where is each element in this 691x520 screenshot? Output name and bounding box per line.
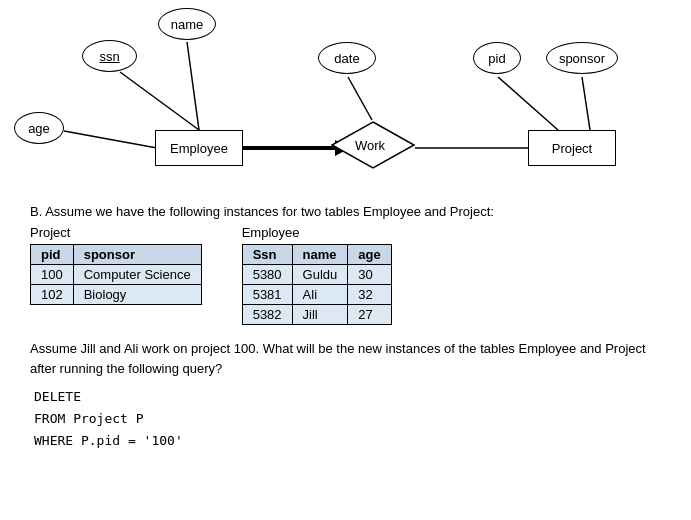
name-attribute: name (158, 8, 216, 40)
emp-row2-name: Ali (292, 285, 348, 305)
project-table-title: Project (30, 225, 202, 240)
employee-col-age: age (348, 245, 391, 265)
pid-label: pid (488, 51, 505, 66)
ssn-label: ssn (99, 49, 119, 64)
project-row2-pid: 102 (31, 285, 74, 305)
emp-row2-age: 32 (348, 285, 391, 305)
employee-entity: Employee (155, 130, 243, 166)
svg-line-5 (348, 77, 372, 120)
svg-line-1 (187, 42, 199, 130)
er-diagram: ssn name age date pid sponsor Employee W… (0, 0, 691, 200)
project-row1-pid: 100 (31, 265, 74, 285)
section-b-label: B. Assume we have the following instance… (30, 204, 661, 219)
employee-table-title: Employee (242, 225, 392, 240)
emp-row1-age: 30 (348, 265, 391, 285)
emp-row1-ssn: 5380 (242, 265, 292, 285)
project-row2-sponsor: Biology (73, 285, 201, 305)
table-row: 5381 Ali 32 (242, 285, 391, 305)
emp-row2-ssn: 5381 (242, 285, 292, 305)
project-col-sponsor: sponsor (73, 245, 201, 265)
project-table: pid sponsor 100 Computer Science 102 Bio… (30, 244, 202, 305)
project-col-pid: pid (31, 245, 74, 265)
sponsor-attribute: sponsor (546, 42, 618, 74)
svg-line-0 (120, 72, 199, 130)
name-label: name (171, 17, 204, 32)
table-row: 102 Biology (31, 285, 202, 305)
code-line-1: DELETE (34, 386, 661, 408)
table-row: 100 Computer Science (31, 265, 202, 285)
age-attribute: age (14, 112, 64, 144)
work-label: Work (355, 138, 385, 153)
ssn-attribute: ssn (82, 40, 137, 72)
sponsor-label: sponsor (559, 51, 605, 66)
emp-row3-name: Jill (292, 305, 348, 325)
work-relationship: Work (330, 120, 410, 170)
employee-table-section: Employee Ssn name age 5380 Guldu 30 (242, 225, 392, 325)
query-description: Assume Jill and Ali work on project 100.… (30, 339, 661, 378)
project-label: Project (552, 141, 592, 156)
query-code-block: DELETE FROM Project P WHERE P.pid = '100… (34, 386, 661, 452)
code-line-3: WHERE P.pid = '100' (34, 430, 661, 452)
emp-row3-age: 27 (348, 305, 391, 325)
project-row1-sponsor: Computer Science (73, 265, 201, 285)
table-row: 5382 Jill 27 (242, 305, 391, 325)
date-attribute: date (318, 42, 376, 74)
svg-line-2 (64, 131, 157, 148)
age-label: age (28, 121, 50, 136)
content-section: B. Assume we have the following instance… (0, 200, 691, 452)
date-label: date (334, 51, 359, 66)
diagram-connectors (0, 0, 691, 200)
pid-attribute: pid (473, 42, 521, 74)
svg-line-8 (582, 77, 590, 130)
employee-col-name: name (292, 245, 348, 265)
employee-table: Ssn name age 5380 Guldu 30 5381 Ali 32 (242, 244, 392, 325)
emp-row1-name: Guldu (292, 265, 348, 285)
project-table-section: Project pid sponsor 100 Computer Science… (30, 225, 202, 325)
project-entity: Project (528, 130, 616, 166)
employee-label: Employee (170, 141, 228, 156)
code-line-2: FROM Project P (34, 408, 661, 430)
emp-row3-ssn: 5382 (242, 305, 292, 325)
table-row: 5380 Guldu 30 (242, 265, 391, 285)
tables-row: Project pid sponsor 100 Computer Science… (30, 225, 661, 325)
svg-line-7 (498, 77, 558, 130)
employee-col-ssn: Ssn (242, 245, 292, 265)
